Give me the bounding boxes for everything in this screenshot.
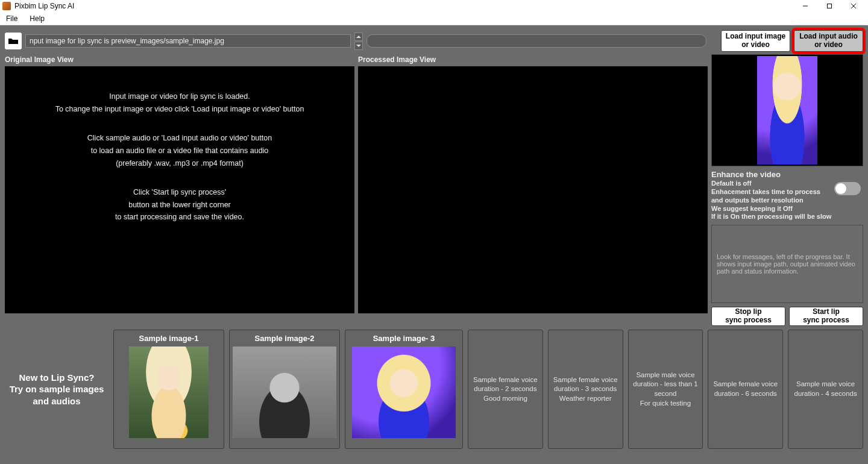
stop-label: Stop lip sync process: [725, 308, 772, 325]
minimize-button[interactable]: [793, 0, 817, 12]
menu-file[interactable]: File: [4, 13, 20, 24]
status-box: Look for messages, left of the progress …: [711, 225, 863, 303]
processed-view-label: Processed Image View: [358, 54, 708, 66]
folder-icon: [8, 37, 19, 45]
svg-rect-1: [828, 4, 832, 8]
sample-image-2-thumb: [233, 346, 336, 438]
sample-image-1-thumb: [129, 346, 209, 438]
enhance-title: Enhance the video: [711, 170, 863, 180]
maximize-button[interactable]: [817, 0, 841, 12]
sample-audio-1-card[interactable]: Sample female voice duration - 2 seconds…: [468, 330, 543, 449]
status-text: Look for messages, left of the progress …: [717, 253, 858, 275]
side-panel: Enhance the video Default is off Enhacem…: [711, 54, 863, 326]
close-button[interactable]: [841, 0, 866, 12]
sample-image-3-thumb: [352, 346, 456, 438]
load-input-audio-button[interactable]: Load input audio or video: [794, 30, 863, 52]
spinner-up-button[interactable]: [354, 33, 363, 41]
load-image-label: Load input image or video: [726, 33, 785, 49]
sample-audio-4-card[interactable]: Sample female voice duration - 6 seconds: [708, 330, 783, 449]
sample-audio-2-card[interactable]: Sample female voice duration - 3 seconds…: [548, 330, 623, 449]
image-path-input[interactable]: [25, 34, 351, 48]
preview-box: [711, 54, 863, 166]
sample-audio-4-label: Sample female voice duration - 6 seconds: [713, 380, 778, 398]
spinner-down-button[interactable]: [354, 42, 363, 50]
titlebar: Pixbim Lip Sync AI: [0, 0, 868, 12]
samples-row: New to Lip Sync? Try on sample images an…: [0, 326, 868, 453]
menubar: File Help: [0, 12, 868, 25]
start-label: Start lip sync process: [803, 308, 849, 325]
sample-audio-5-card[interactable]: Sample male voice duration - 4 seconds: [788, 330, 863, 449]
sample-image-1-title: Sample image-1: [139, 334, 199, 343]
sample-audio-3-card[interactable]: Sample male voice duration - less than 1…: [628, 330, 703, 449]
sample-audio-3-label: Sample male voice duration - less than 1…: [632, 371, 699, 408]
enhance-video-section: Enhance the video Default is off Enhacem…: [711, 170, 863, 221]
original-view-label: Original Image View: [5, 54, 354, 66]
sample-image-2-title: Sample image-2: [255, 334, 315, 343]
sample-audio-2-label: Sample female voice duration - 3 seconds…: [553, 375, 618, 404]
instructions-text: Input image or video for lip sync is loa…: [12, 90, 347, 224]
stop-lip-sync-button[interactable]: Stop lip sync process: [711, 307, 785, 326]
samples-intro: New to Lip Sync? Try on sample images an…: [5, 330, 108, 449]
menu-help[interactable]: Help: [27, 13, 47, 24]
sample-image-3-card[interactable]: Sample image- 3: [345, 330, 463, 449]
sample-image-1-card[interactable]: Sample image-1: [113, 330, 224, 449]
open-folder-button[interactable]: [5, 33, 22, 49]
audio-path-input[interactable]: [366, 34, 706, 48]
main-area: Original Image View Input image or video…: [0, 54, 868, 326]
load-audio-label: Load input audio or video: [799, 33, 858, 49]
sample-audio-5-label: Sample male voice duration - 4 seconds: [794, 380, 857, 398]
enhance-toggle[interactable]: [834, 182, 861, 195]
toolbar: Load input image or video Load input aud…: [0, 25, 868, 54]
preview-image: [757, 56, 817, 165]
load-input-image-button[interactable]: Load input image or video: [721, 30, 790, 52]
sample-image-2-card[interactable]: Sample image-2: [229, 330, 340, 449]
chevron-up-icon: [356, 35, 361, 39]
chevron-down-icon: [356, 44, 361, 48]
sample-audio-1-label: Sample female voice duration - 2 seconds…: [473, 375, 538, 404]
app-title: Pixbim Lip Sync AI: [14, 2, 74, 10]
app-icon: [2, 2, 11, 10]
start-lip-sync-button[interactable]: Start lip sync process: [789, 307, 863, 326]
sample-image-3-title: Sample image- 3: [373, 334, 435, 343]
original-view: Input image or video for lip sync is loa…: [5, 66, 354, 313]
processed-view: [358, 66, 708, 313]
